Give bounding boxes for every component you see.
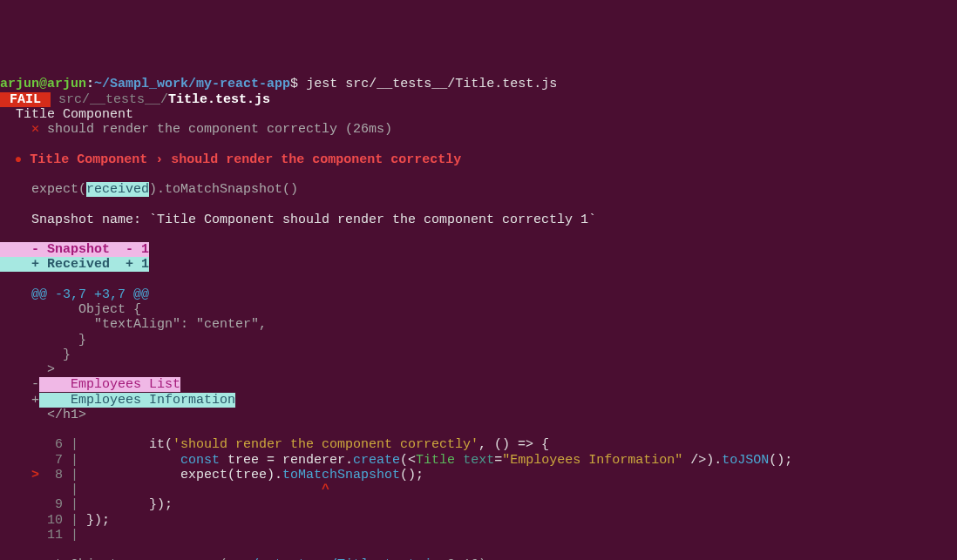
code-end-8: (); (400, 468, 424, 482)
error-title: Title Component › should render the comp… (22, 152, 461, 167)
diff-plus-marker: + (0, 393, 39, 408)
code-line-7: 7 | const tree = renderer.create(<Title … (0, 453, 792, 468)
diff-minus-line: - Employees List (0, 377, 180, 392)
code-line-caret: | ^ (0, 482, 329, 497)
diff-context-5: > (0, 362, 55, 377)
code-tojson: toJSON (722, 453, 769, 468)
pointer-icon: > (0, 468, 39, 482)
fail-badge: FAIL (0, 92, 51, 107)
code-attr-val: "Employees Information" (502, 453, 682, 468)
bullet-icon: ● (0, 152, 22, 166)
test-failed-line: ✕ should render the component correctly … (0, 122, 392, 137)
prompt-dollar: $ (290, 77, 298, 91)
received-highlight: received (86, 182, 149, 197)
line-number-6: 6 | (0, 437, 78, 452)
diff-hunk-header: @@ -3,7 +3,7 @@ (0, 287, 149, 302)
code-open: (< (400, 453, 416, 468)
code-arrow: , () => { (478, 437, 549, 452)
code-line-11: 11 | (0, 528, 78, 543)
test-name: should render the component correctly (2… (39, 122, 392, 137)
code-line-8: > 8 | expect(tree).toMatchSnapshot(); (0, 468, 424, 482)
terminal-output: arjun@arjun:~/Sampl_work/my-react-app$ j… (0, 62, 957, 560)
prompt-user: arjun (0, 77, 39, 91)
code-line-10: 10 | }); (0, 513, 110, 528)
prompt-colon: : (86, 77, 94, 91)
prompt-host: arjun (47, 77, 86, 91)
code-line-9: 9 | }); (0, 497, 173, 512)
diff-minus-marker: - (0, 377, 39, 392)
line-number-11: 11 | (0, 528, 78, 543)
line-number-blank: | (0, 482, 78, 497)
line-number-7: 7 | (0, 453, 78, 468)
command-input[interactable]: jest src/__tests__/Title.test.js (298, 77, 557, 91)
code-eq: = (494, 453, 502, 468)
fail-line: FAIL src/__tests__/Title.test.js (0, 92, 270, 107)
code-tree: tree = renderer. (220, 453, 353, 468)
diff-plus-text: Employees Information (39, 393, 235, 408)
code-string: 'should render the component correctly' (173, 437, 478, 452)
snapshot-name-line: Snapshot name: `Title Component should r… (0, 213, 596, 227)
code-9: }); (78, 497, 173, 512)
code-10: }); (78, 513, 110, 528)
prompt-at: @ (39, 77, 47, 91)
cross-icon: ✕ (0, 122, 39, 137)
diff-plus-line: + Employees Information (0, 393, 235, 408)
fail-path-file: Title.test.js (168, 92, 270, 107)
line-number-9: 9 | (0, 497, 78, 512)
expect-pre: expect( (0, 182, 86, 197)
diff-minus-text: Employees List (39, 377, 180, 392)
diff-context-close: </h1> (0, 408, 86, 422)
code-it: it( (78, 437, 173, 452)
caret-pad (78, 482, 322, 497)
code-close: />). (682, 453, 722, 468)
prompt-path: ~/Sampl_work/my-react-app (94, 77, 290, 91)
caret-icon: ^ (322, 482, 329, 497)
diff-context-3: } (0, 333, 86, 347)
diff-context-4: } (0, 347, 71, 362)
error-title-line: ● Title Component › should render the co… (0, 152, 461, 167)
describe-title: Title Component (0, 107, 133, 122)
code-const: const (78, 453, 220, 468)
diff-legend-received: + Received + 1 (0, 257, 149, 272)
code-match: toMatchSnapshot (282, 468, 400, 482)
code-component: Title (416, 453, 455, 468)
diff-context-1: Object { (0, 302, 141, 317)
code-line-6: 6 | it('should render the component corr… (0, 437, 549, 452)
expect-post: ).toMatchSnapshot() (149, 182, 298, 197)
code-end: (); (769, 453, 792, 468)
code-expect: expect(tree). (78, 468, 282, 482)
line-number-10: 10 | (0, 513, 78, 528)
expect-line: expect(received).toMatchSnapshot() (0, 182, 298, 197)
fail-path-dir: src/__tests__/ (51, 92, 168, 107)
code-attr: text (455, 453, 494, 468)
code-create: create (353, 453, 400, 468)
prompt-line[interactable]: arjun@arjun:~/Sampl_work/my-react-app$ j… (0, 77, 557, 91)
diff-context-2: "textAlign": "center", (0, 317, 267, 332)
diff-legend-snapshot: - Snapshot - 1 (0, 242, 149, 257)
line-number-8: 8 | (39, 468, 78, 482)
